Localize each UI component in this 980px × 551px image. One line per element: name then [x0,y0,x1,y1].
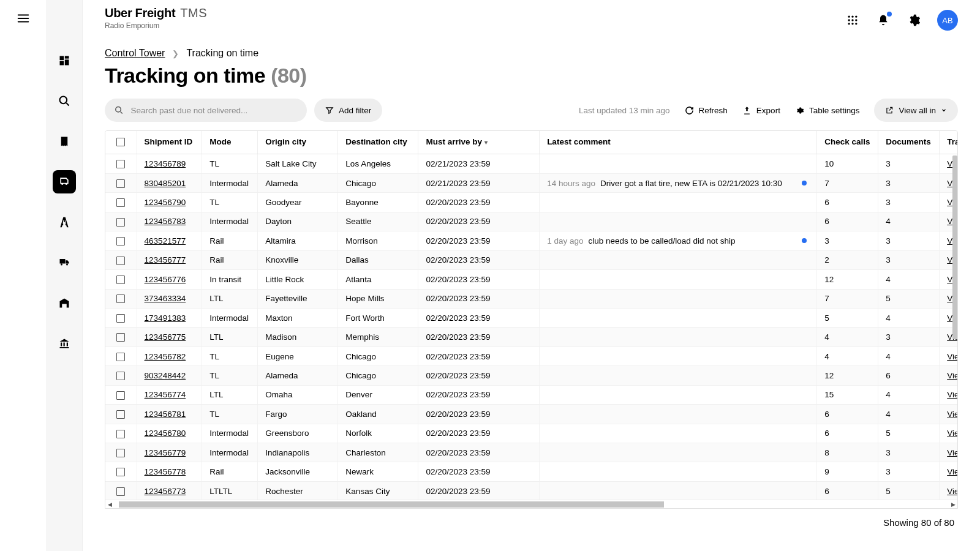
table-row[interactable]: 123456773LTLTLRochesterKansas City02/20/… [105,481,957,500]
header-mode[interactable]: Mode [202,131,258,154]
shipment-id-link[interactable]: 123456774 [145,390,186,399]
notifications-icon[interactable] [876,13,891,28]
view-in-link[interactable]: View in [947,448,957,457]
refresh-button[interactable]: Refresh [685,106,728,115]
table-row[interactable]: 123456779IntermodalIndianapolisCharlesto… [105,443,957,462]
table-row[interactable]: 173491383IntermodalMaxtonFort Worth02/20… [105,308,957,327]
horizontal-scrollbar[interactable]: ◀ ▶ [105,500,957,508]
breadcrumb-root[interactable]: Control Tower [105,48,165,59]
shipments-table: Shipment ID Mode Origin city Destination… [105,131,957,500]
table-row[interactable]: 123456774LTLOmahaDenver02/20/2023 23:591… [105,385,957,404]
row-checkbox[interactable] [105,154,137,173]
shipment-id-link[interactable]: 123456777 [145,255,186,264]
shipment-id-link[interactable]: 123456790 [145,198,186,207]
view-in-link[interactable]: View in [947,390,957,399]
table-settings-button[interactable]: Table settings [795,106,860,115]
sidebar-item-shipments[interactable] [53,170,76,193]
row-checkbox[interactable] [105,481,137,500]
view-in-link[interactable]: View in [947,429,957,438]
table-row[interactable]: 123456782TLEugeneChicago02/20/2023 23:59… [105,347,957,365]
header-select-all[interactable] [105,131,137,154]
row-checkbox[interactable] [105,289,137,308]
header-docs[interactable]: Documents [878,131,940,154]
scroll-thumb[interactable] [119,501,664,508]
avatar[interactable]: AB [937,10,958,31]
row-checkbox[interactable] [105,424,137,443]
table-row[interactable]: 123456789TLSalt Lake CityLos Angeles02/2… [105,154,957,173]
shipment-id-link[interactable]: 123456780 [145,429,186,438]
scroll-right-icon[interactable]: ▶ [949,501,957,508]
sidebar-item-dashboard[interactable] [53,49,76,72]
view-in-link[interactable]: View in [947,371,957,380]
shipment-id-link[interactable]: 123456782 [145,352,186,361]
table-row[interactable]: 903248442TLAlamedaChicago02/20/2023 23:5… [105,366,957,385]
hamburger-menu-icon[interactable] [16,11,31,26]
shipment-id-link[interactable]: 123456775 [145,332,186,342]
shipment-id-link[interactable]: 123456781 [145,410,186,419]
sidebar-item-warehouse[interactable] [53,291,76,315]
add-filter-button[interactable]: Add filter [314,99,382,122]
shipment-id-link[interactable]: 463521577 [145,236,186,246]
table-row[interactable]: 463521577RailAltamiraMorrison02/20/2023 … [105,231,957,250]
row-checkbox[interactable] [105,328,137,347]
row-checkbox[interactable] [105,366,137,385]
header-origin[interactable]: Origin city [258,131,338,154]
sidebar-item-truck[interactable] [53,251,76,274]
shipment-id-link[interactable]: 123456789 [145,159,186,168]
header-dest[interactable]: Destination city [338,131,418,154]
scroll-left-icon[interactable]: ◀ [105,501,114,508]
row-checkbox[interactable] [105,193,137,212]
table-row[interactable]: 123456781TLFargoOakland02/20/2023 23:596… [105,405,957,424]
table-row[interactable]: 123456790TLGoodyearBayonne02/20/2023 23:… [105,193,957,212]
table-row[interactable]: 830485201IntermodalAlamedaChicago02/21/2… [105,173,957,192]
header-must-arrive[interactable]: Must arrive by▾ [418,131,540,154]
row-checkbox[interactable] [105,385,137,404]
table-row[interactable]: 123456778RailJacksonvilleNewark02/20/202… [105,462,957,481]
view-in-link[interactable]: View in [947,352,957,361]
table-row[interactable]: 123456780IntermodalGreensboroNorfolk02/2… [105,424,957,443]
shipment-id-link[interactable]: 123456783 [145,217,186,226]
shipment-id-link[interactable]: 123456778 [145,467,186,476]
view-in-link[interactable]: View in [947,410,957,419]
shipment-id-link[interactable]: 373463334 [145,294,186,303]
row-checkbox[interactable] [105,270,137,289]
view-all-button[interactable]: View all in [874,99,958,122]
row-checkbox[interactable] [105,250,137,269]
sidebar-item-receipt[interactable] [53,130,76,153]
shipment-id-link[interactable]: 123456776 [145,275,186,284]
sidebar-item-road[interactable] [53,211,76,234]
view-in-link[interactable]: View in [947,487,957,496]
header-track[interactable]: Tracking d [940,131,957,154]
row-checkbox[interactable] [105,462,137,481]
row-checkbox[interactable] [105,405,137,424]
row-checkbox[interactable] [105,173,137,192]
sidebar-item-bank[interactable] [53,332,76,355]
table-row[interactable]: 123456783IntermodalDaytonSeattle02/20/20… [105,212,957,231]
vertical-scrollbar[interactable] [952,156,957,339]
table-row[interactable]: 123456777RailKnoxvilleDallas02/20/2023 2… [105,250,957,269]
row-checkbox[interactable] [105,347,137,365]
row-checkbox[interactable] [105,231,137,250]
header-shipment-id[interactable]: Shipment ID [137,131,202,154]
view-in-link[interactable]: View in [947,467,957,476]
table-row[interactable]: 373463334LTLFayettevilleHope Mills02/20/… [105,289,957,308]
search-box[interactable] [105,99,307,122]
shipment-id-link[interactable]: 903248442 [145,371,186,380]
export-button[interactable]: Export [742,106,780,115]
apps-grid-icon[interactable] [845,13,860,28]
row-checkbox[interactable] [105,308,137,327]
shipment-id-link[interactable]: 830485201 [145,179,186,188]
shipment-id-link[interactable]: 123456779 [145,448,186,457]
row-checkbox[interactable] [105,443,137,462]
sidebar-item-search[interactable] [53,89,76,113]
row-checkbox[interactable] [105,212,137,231]
table-row[interactable]: 123456775LTLMadisonMemphis02/20/2023 23:… [105,328,957,347]
header-calls[interactable]: Check calls [817,131,878,154]
settings-gear-icon[interactable] [907,13,921,28]
table-row[interactable]: 123456776In transitLittle RockAtlanta02/… [105,270,957,289]
cell-dest: Norfolk [338,424,418,443]
shipment-id-link[interactable]: 173491383 [145,313,186,323]
shipment-id-link[interactable]: 123456773 [145,487,186,496]
search-input[interactable] [131,106,297,115]
header-comment[interactable]: Latest comment [540,131,817,154]
